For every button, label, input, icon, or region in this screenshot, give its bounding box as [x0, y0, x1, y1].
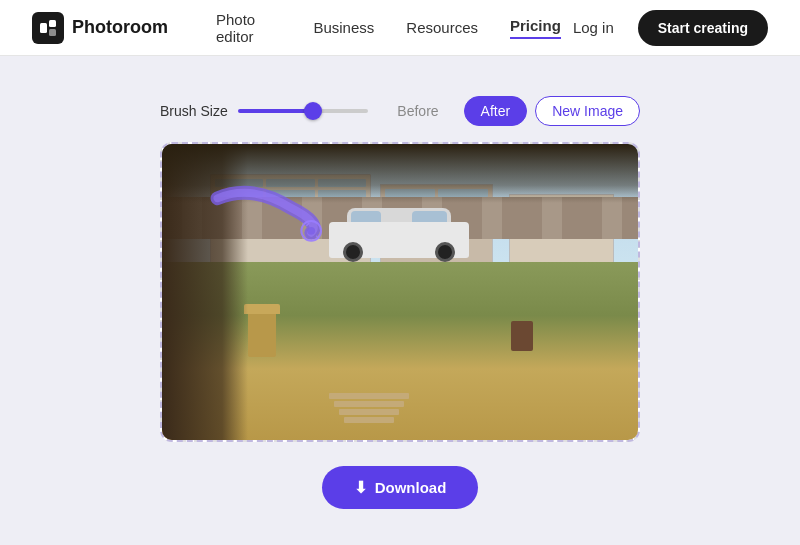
image-container: [160, 142, 640, 442]
svg-rect-0: [40, 23, 47, 33]
step-1: [329, 393, 409, 399]
main-content: Brush Size Before After New Image: [0, 56, 800, 545]
brush-size-slider[interactable]: [238, 109, 368, 113]
nav-actions: Log in Start creating: [561, 10, 768, 46]
step-2: [334, 401, 404, 407]
logo-text: Photoroom: [72, 17, 168, 38]
brush-size-group: Brush Size: [160, 103, 368, 119]
pricing-underline: [510, 37, 561, 39]
login-button[interactable]: Log in: [561, 11, 626, 44]
nav-link-pricing-wrap: Pricing: [510, 17, 561, 39]
logo-icon: [32, 12, 64, 44]
download-label: Download: [375, 479, 447, 496]
navbar: Photoroom Photo editor Business Resource…: [0, 0, 800, 56]
nav-link-business[interactable]: Business: [313, 15, 374, 40]
nav-link-pricing[interactable]: Pricing: [510, 13, 561, 38]
trash-bin-right: [511, 321, 533, 351]
cave-top-overlay: [162, 144, 638, 203]
car: [329, 203, 469, 258]
before-button[interactable]: Before: [380, 96, 455, 126]
logo[interactable]: Photoroom: [32, 12, 168, 44]
new-image-button[interactable]: New Image: [535, 96, 640, 126]
download-button[interactable]: ⬇ Download: [322, 466, 479, 509]
step-4: [344, 417, 394, 423]
step-3: [339, 409, 399, 415]
view-toggle: Before After New Image: [380, 96, 640, 126]
photo-scene: [162, 144, 638, 440]
nav-link-resources[interactable]: Resources: [406, 15, 478, 40]
download-icon: ⬇: [354, 478, 367, 497]
svg-rect-1: [49, 20, 56, 27]
steps: [329, 393, 409, 425]
car-wheel-right: [435, 242, 455, 262]
after-button[interactable]: After: [464, 96, 528, 126]
start-creating-button[interactable]: Start creating: [638, 10, 768, 46]
car-wheel-left: [343, 242, 363, 262]
nav-link-photo-editor[interactable]: Photo editor: [216, 7, 281, 49]
toolbar: Brush Size Before After New Image: [160, 96, 640, 126]
nav-links: Photo editor Business Resources Pricing: [216, 7, 561, 49]
brush-size-label: Brush Size: [160, 103, 228, 119]
svg-rect-2: [49, 29, 56, 36]
trash-bin-left: [248, 312, 276, 357]
